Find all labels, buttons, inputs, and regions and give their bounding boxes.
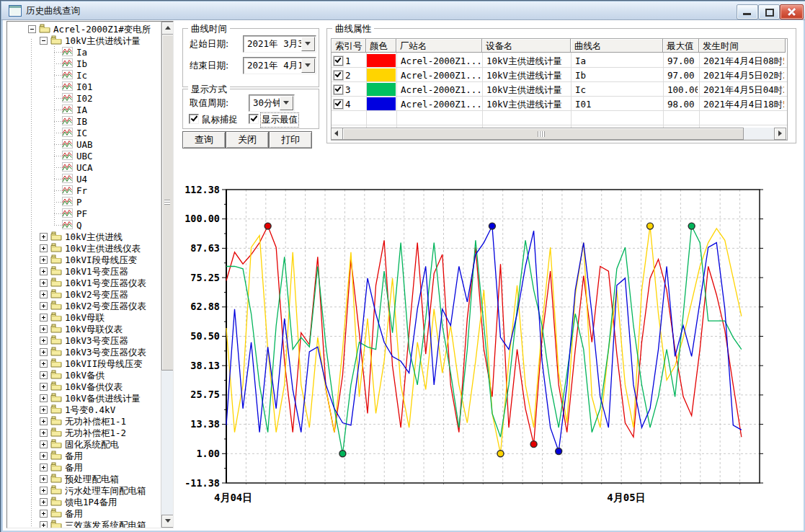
row-checkbox[interactable] [334,85,343,94]
column-header-0[interactable]: 索引号 [332,39,366,53]
tree-item[interactable]: PF [7,208,173,219]
tree-item[interactable]: 三效蒸发系统配电箱 [7,519,173,528]
tree-item[interactable]: U4 [7,173,173,185]
show-extremes-checkbox[interactable] [249,114,259,124]
minimize-button[interactable] [737,4,758,19]
tree-item[interactable]: IC [7,127,173,138]
tree-item[interactable]: Ia [7,46,173,58]
tree-item[interactable]: 馈电1P4备用 [7,496,173,507]
row-checkbox[interactable] [334,71,343,80]
title-bar[interactable]: 历史曲线查询 [1,1,805,20]
expand-box[interactable] [40,429,48,437]
tree-item[interactable]: 10kV母联 [7,311,173,323]
close-dialog-button[interactable]: 关闭 [226,131,269,148]
tree-item[interactable]: UCA [7,161,173,173]
period-dropdown-button[interactable] [280,96,293,110]
column-header-1[interactable]: 颜色 [366,39,396,53]
tree-item[interactable]: I01 [7,81,173,92]
tree-item[interactable]: 10kV主供进线仪表 [7,242,173,254]
expand-box[interactable] [40,406,48,414]
tree-item[interactable]: 预处理配电箱 [7,473,173,484]
expand-box[interactable] [40,256,48,264]
end-date-dropdown-button[interactable] [301,58,315,73]
tree-item[interactable]: 10kV1号变压器仪表 [7,277,173,288]
tree-item[interactable]: I02 [7,92,173,104]
mouse-capture-checkbox[interactable] [189,114,199,124]
expand-box[interactable] [40,325,48,333]
close-button[interactable] [780,4,804,19]
tree-item[interactable]: 10kV母联仪表 [7,323,173,334]
end-date-combo[interactable]: 2021年 4月14 [243,57,316,74]
tree-item[interactable]: 10kV3号变压器仪表 [7,346,173,358]
expand-box[interactable] [40,360,48,368]
column-header-3[interactable]: 设备名 [482,39,571,53]
expand-box[interactable] [40,233,48,241]
expand-box[interactable] [40,475,48,483]
row-checkbox[interactable] [334,56,343,66]
table-row[interactable]: 2Acrel-2000Z1...10kV主供进线计量Ib97.002021年4月… [332,68,787,82]
tree-item[interactable]: 备用 [7,461,173,473]
tree-item[interactable]: 固化系统配电 [7,438,173,450]
expand-box[interactable] [40,371,48,379]
expand-box[interactable] [40,314,48,322]
expand-box[interactable] [40,267,48,275]
start-date-dropdown-button[interactable] [301,37,315,51]
column-header-6[interactable]: 发生时间 [699,39,786,53]
tree-item[interactable]: IA [7,104,173,115]
tree-item[interactable]: 10kV备供 [7,369,173,381]
start-date-combo[interactable]: 2021年 3月30 [243,35,316,53]
tree-item[interactable]: 10kV3号变压器 [7,334,173,346]
tree-item[interactable]: 10kVII段母线压变 [7,358,173,369]
expand-box[interactable] [40,337,48,345]
print-button[interactable]: 打印 [269,131,312,148]
expand-box[interactable] [40,302,48,310]
tree-item[interactable]: 10kVI段母线压变 [7,254,173,265]
collapse-box[interactable] [40,37,48,45]
tree-item[interactable]: 10kV2号变压器仪表 [7,300,173,311]
row-checkbox[interactable] [334,99,343,109]
expand-box[interactable] [40,291,48,298]
query-button[interactable]: 查询 [182,131,226,148]
tree-item[interactable]: 备用 [7,450,173,461]
table-row[interactable]: 1Acrel-2000Z1...10kV主供进线计量Ia97.002021年4月… [332,53,787,68]
tree-item[interactable]: Ib [7,58,173,69]
tree-item[interactable]: 无功补偿柜1-2 [7,427,173,438]
table-row[interactable]: 3Acrel-2000Z1...10kV主供进线计量Ic100.002021年4… [332,82,787,97]
tree-item[interactable]: 1号变0.4kV [7,404,173,415]
period-combo[interactable]: 30分钟 [249,94,295,112]
collapse-box[interactable] [28,25,36,33]
curve-properties-table[interactable]: 索引号颜色厂站名设备名曲线名最大值发生时间1Acrel-2000Z1...10k… [331,38,788,141]
table-horizontal-scrollbar[interactable] [331,128,786,139]
tree-item[interactable]: 污水处理车间配电箱 [7,484,173,496]
tree-item[interactable]: UBC [7,150,173,161]
table-row[interactable]: 4Acrel-2000Z1...10kV主供进线计量I0198.002021年4… [332,97,787,111]
column-header-5[interactable]: 最大值 [663,39,699,53]
expand-box[interactable] [40,383,48,391]
expand-box[interactable] [40,279,48,287]
expand-box[interactable] [40,244,48,252]
tree-item[interactable]: 10kV2号变压器 [7,288,173,300]
tree-item[interactable]: IB [7,115,173,127]
tree-item[interactable]: Fr [7,185,173,196]
tree-item[interactable]: 无功补偿柜1-1 [7,415,173,427]
tree-item[interactable]: 10kV1号变压器 [7,265,173,277]
tree-vscrollbar[interactable] [161,22,173,528]
expand-box[interactable] [40,417,48,425]
tree-item[interactable]: Q [7,219,173,231]
tree-item[interactable]: 10kV主供进线计量 [7,35,173,46]
column-header-4[interactable]: 曲线名 [571,39,663,53]
expand-box[interactable] [40,394,48,402]
tree-item[interactable]: Ic [7,69,173,81]
tree-item[interactable]: 10kV备供仪表 [7,381,173,392]
scroll-right-button[interactable] [774,128,786,140]
hscroll-thumb[interactable] [342,128,744,140]
device-tree[interactable]: Acrel-2000Z1#变电所10kV主供进线计量IaIbIcI01I02IA… [6,21,174,528]
expand-box[interactable] [40,440,48,448]
expand-box[interactable] [40,487,48,495]
expand-box[interactable] [40,452,48,460]
scroll-left-button[interactable] [331,128,343,140]
scroll-down-button[interactable] [161,515,174,528]
history-curve-chart[interactable]: 112.38100.0087.6375.2562.8850.5038.1325.… [174,148,804,529]
expand-box[interactable] [40,510,48,518]
expand-box[interactable] [40,498,48,506]
